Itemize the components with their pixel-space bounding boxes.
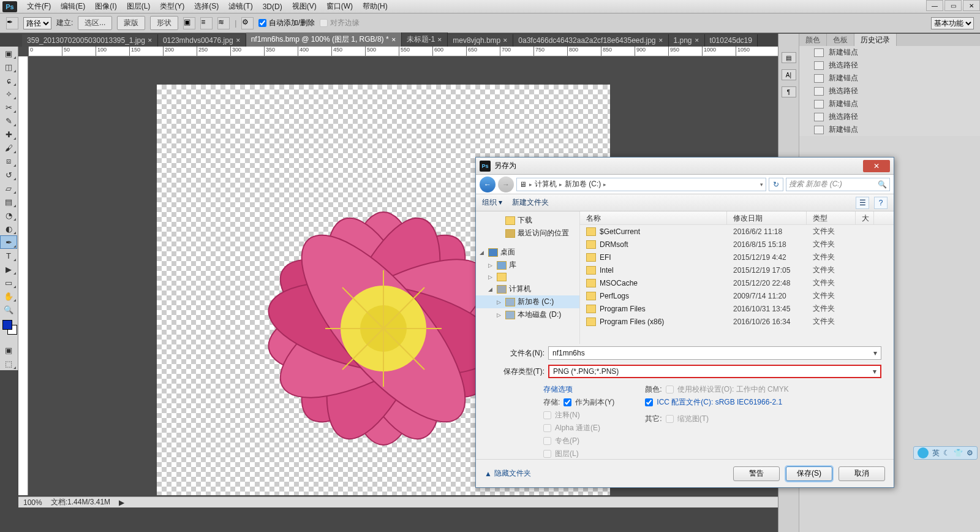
menu-type[interactable]: 类型(Y) <box>155 0 189 13</box>
file-row[interactable]: Intel2015/12/19 17:05文件夹 <box>580 264 894 276</box>
stamp-tool[interactable]: ⧇ <box>0 154 17 168</box>
tree-node[interactable]: ▷库 <box>476 259 579 272</box>
history-item[interactable]: 挑选路径 <box>799 110 980 123</box>
doc-info[interactable]: 文档:1.44M/3.41M <box>51 497 110 507</box>
close-icon[interactable]: ✕ <box>437 37 442 43</box>
color-swatches[interactable] <box>2 320 15 340</box>
help-button[interactable]: ? <box>874 197 888 209</box>
path-arrange-icon[interactable]: ≋ <box>217 17 230 29</box>
crop-tool[interactable]: ✂ <box>0 101 17 114</box>
window-close[interactable]: ✕ <box>963 0 980 11</box>
folder-tree[interactable]: 下载最近访问的位置◢桌面▷库▷◢计算机▷新加卷 (C:)▷本地磁盘 (D:) <box>476 211 580 344</box>
doc-tab-6[interactable]: 1.png✕ <box>669 34 705 47</box>
proof-checkbox[interactable]: 使用校样设置(O): 工作中的 CMYK <box>666 384 789 395</box>
move-tool[interactable]: ▣ <box>0 47 17 60</box>
hand-tool[interactable]: ✋ <box>0 289 17 303</box>
path-mode-select[interactable]: 路径 <box>23 17 51 29</box>
close-icon[interactable]: ✕ <box>391 37 396 43</box>
search-input[interactable]: 搜索 新加卷 (C:) 🔍 <box>786 178 890 191</box>
close-icon[interactable]: ✕ <box>658 37 663 44</box>
file-row[interactable]: Program Files (x86)2016/10/26 16:34文件夹 <box>580 315 894 328</box>
file-row[interactable]: PerfLogs2009/7/14 11:20文件夹 <box>580 289 894 302</box>
shape-tool[interactable]: ▭ <box>0 276 17 289</box>
ime-toolbar[interactable]: 英☾👕⚙ <box>913 446 978 460</box>
history-item[interactable]: 新建锚点 <box>799 123 980 136</box>
save-as-copy-checkbox[interactable]: 作为副本(Y) <box>564 397 614 408</box>
menu-layer[interactable]: 图层(L) <box>122 0 156 13</box>
file-list[interactable]: 名称 修改日期 类型 大 $GetCurrent2016/6/2 11:18文件… <box>580 211 894 344</box>
menu-image[interactable]: 图像(I) <box>90 0 121 13</box>
history-item[interactable]: 新建锚点 <box>799 72 980 85</box>
cancel-button[interactable]: 取消 <box>839 466 885 481</box>
organize-button[interactable]: 组织 ▾ <box>482 197 502 208</box>
save-button[interactable]: 保存(S) <box>786 466 832 481</box>
tree-node[interactable]: ▷ <box>476 272 579 283</box>
window-maximize[interactable]: ▭ <box>944 0 962 11</box>
filetype-select[interactable]: PNG (*.PNG;*.PNS)▾ <box>548 365 881 378</box>
history-item[interactable]: 挑选路径 <box>799 59 980 72</box>
alpha-checkbox[interactable]: Alpha 通道(E) <box>543 423 614 433</box>
eyedropper-tool[interactable]: ✎ <box>0 114 17 127</box>
collapsed-panel-icon[interactable]: A| <box>782 69 796 80</box>
column-name[interactable]: 名称 <box>580 211 727 224</box>
refresh-button[interactable]: ↻ <box>769 178 783 191</box>
blur-tool[interactable]: ◔ <box>0 208 17 222</box>
heal-tool[interactable]: ✚ <box>0 127 17 141</box>
history-item[interactable]: 新建锚点 <box>799 97 980 110</box>
annotate-checkbox[interactable]: 注释(N) <box>543 410 614 420</box>
menu-help[interactable]: 帮助(H) <box>358 0 393 13</box>
zoom-tool[interactable]: 🔍 <box>0 303 17 316</box>
layers-checkbox[interactable]: 图层(L) <box>543 449 614 459</box>
doc-tab-5[interactable]: 0a3fc466dc46432aa2a2cf18e6435eed.jpg✕ <box>513 34 668 47</box>
collapsed-panel-icon[interactable]: ¶ <box>782 86 796 97</box>
brush-tool[interactable]: 🖌 <box>0 141 17 154</box>
build-selection-button[interactable]: 选区... <box>78 16 112 30</box>
hide-folders-toggle[interactable]: ▲ 隐藏文件夹 <box>484 468 531 479</box>
panel-tab-color[interactable]: 颜色 <box>799 34 827 46</box>
doc-tab-0[interactable]: 359_20130702005030013395_1.jpg✕ <box>22 34 158 47</box>
dodge-tool[interactable]: ◐ <box>0 222 17 235</box>
foreground-color[interactable] <box>2 320 12 330</box>
screen-mode-toggle[interactable]: ⬚ <box>0 357 17 370</box>
pen-tool[interactable]: ✒ <box>0 235 17 249</box>
ruler-horizontal[interactable]: 0501001502002503003504004505005506006507… <box>28 47 778 56</box>
ruler-vertical[interactable] <box>18 56 28 495</box>
tree-node[interactable]: 最近访问的位置 <box>476 227 579 240</box>
type-tool[interactable]: T <box>0 249 17 262</box>
gear-icon[interactable]: ⚙ <box>241 17 254 29</box>
thumbnail-checkbox[interactable]: 缩览图(T) <box>666 414 709 424</box>
path-align-icon[interactable]: ≡ <box>200 17 213 29</box>
menu-window[interactable]: 窗口(W) <box>322 0 358 13</box>
tree-node[interactable]: 下载 <box>476 214 579 227</box>
file-row[interactable]: MSOCache2015/12/20 22:48文件夹 <box>580 276 894 289</box>
window-minimize[interactable]: — <box>926 0 943 11</box>
column-size[interactable]: 大 <box>856 211 874 224</box>
tree-node[interactable]: ▷本地磁盘 (D:) <box>476 308 579 321</box>
workspace-select[interactable]: 基本功能 <box>931 17 974 29</box>
doc-tab-4[interactable]: mev8vjqh.bmp✕ <box>448 34 513 47</box>
menu-view[interactable]: 视图(V) <box>287 0 322 13</box>
history-item[interactable]: 挑选路径 <box>799 85 980 97</box>
menu-file[interactable]: 文件(F) <box>22 0 56 13</box>
spot-checkbox[interactable]: 专色(P) <box>543 436 614 446</box>
column-date[interactable]: 修改日期 <box>727 211 807 224</box>
menu-filter[interactable]: 滤镜(T) <box>224 0 257 13</box>
close-icon[interactable]: ✕ <box>503 37 508 44</box>
tree-node[interactable]: ◢桌面 <box>476 246 579 259</box>
history-list[interactable]: 新建锚点挑选路径新建锚点挑选路径新建锚点挑选路径新建锚点 <box>799 46 980 136</box>
zoom-level[interactable]: 100% <box>23 498 42 507</box>
path-select-tool[interactable]: ▶ <box>0 262 17 276</box>
file-row[interactable]: EFI2015/12/19 4:42文件夹 <box>580 251 894 264</box>
filename-input[interactable]: nf1mn6hs▾ <box>548 346 881 360</box>
close-icon[interactable]: ✕ <box>695 37 699 44</box>
nav-back-button[interactable]: ← <box>480 177 496 192</box>
eraser-tool[interactable]: ▱ <box>0 181 17 195</box>
collapsed-panel-icon[interactable]: ▤ <box>782 52 796 63</box>
doc-tab-3[interactable]: 未标题-1✕ <box>402 32 448 47</box>
close-icon[interactable]: ✕ <box>236 37 241 44</box>
auto-add-delete-checkbox[interactable]: 自动添加/删除 <box>258 18 315 28</box>
menu-select[interactable]: 选择(S) <box>189 0 224 13</box>
new-folder-button[interactable]: 新建文件夹 <box>512 197 549 208</box>
warn-button[interactable]: 警告 <box>733 466 780 481</box>
history-item[interactable]: 新建锚点 <box>799 46 980 59</box>
